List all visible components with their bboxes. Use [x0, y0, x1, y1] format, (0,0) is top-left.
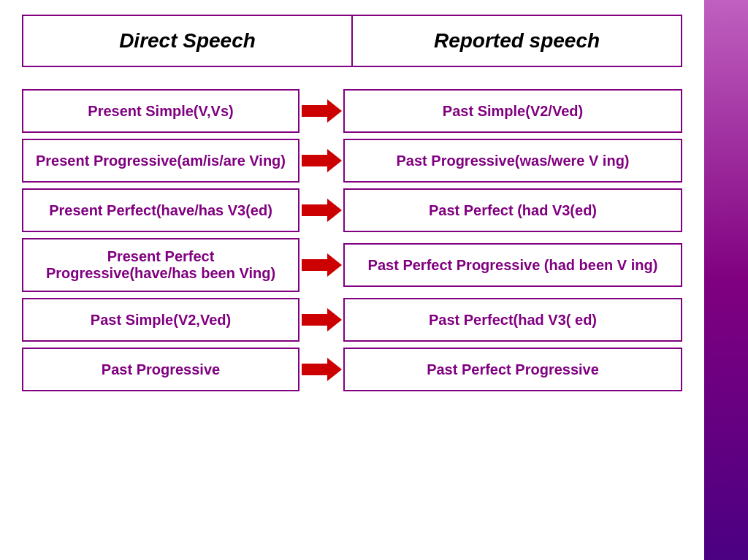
svg-marker-5	[302, 358, 342, 381]
header-row: Direct Speech Reported speech	[22, 15, 682, 67]
direct-speech-cell: Present Progressive(am/is/are Ving)	[22, 139, 299, 183]
reported-speech-cell: Past Progressive(was/were V ing)	[343, 139, 682, 183]
table-row: Present Perfect(have/has V3(ed) Past Per…	[22, 188, 682, 232]
svg-marker-3	[302, 253, 342, 277]
arrow-icon	[299, 197, 343, 223]
main-content: Direct Speech Reported speech Present Si…	[0, 0, 704, 406]
svg-marker-4	[302, 308, 342, 331]
table-row: Present Progressive(am/is/are Ving) Past…	[22, 139, 682, 183]
direct-speech-cell: Past Progressive	[22, 348, 299, 391]
svg-marker-1	[302, 149, 342, 172]
rows-container: Present Simple(V,Vs) Past Simple(V2/Ved)…	[22, 89, 682, 391]
direct-speech-cell: Past Simple(V2,Ved)	[22, 298, 299, 342]
reported-speech-cell: Past Simple(V2/Ved)	[343, 89, 682, 133]
arrow-icon	[299, 356, 343, 383]
arrow-icon	[299, 307, 343, 333]
reported-speech-header: Reported speech	[353, 16, 681, 66]
reported-speech-cell: Past Perfect(had V3( ed)	[343, 298, 682, 342]
svg-marker-2	[302, 199, 342, 222]
direct-speech-cell: Present Perfect(have/has V3(ed)	[22, 188, 299, 232]
svg-marker-0	[302, 99, 342, 123]
table-row: Present Perfect Progressive(have/has bee…	[22, 238, 682, 292]
reported-speech-cell: Past Perfect (had V3(ed)	[343, 188, 682, 232]
direct-speech-header: Direct Speech	[23, 16, 353, 66]
reported-speech-cell: Past Perfect Progressive (had been V ing…	[343, 243, 682, 287]
arrow-icon	[299, 98, 343, 124]
direct-speech-cell: Present Perfect Progressive(have/has bee…	[22, 238, 299, 292]
table-row: Present Simple(V,Vs) Past Simple(V2/Ved)	[22, 89, 682, 133]
reported-speech-cell: Past Perfect Progressive	[343, 348, 682, 391]
table-row: Past Progressive Past Perfect Progressiv…	[22, 348, 682, 391]
arrow-icon	[299, 252, 343, 278]
table-row: Past Simple(V2,Ved) Past Perfect(had V3(…	[22, 298, 682, 342]
sidebar-decoration	[704, 0, 748, 560]
arrow-icon	[299, 147, 343, 174]
direct-speech-cell: Present Simple(V,Vs)	[22, 89, 299, 133]
